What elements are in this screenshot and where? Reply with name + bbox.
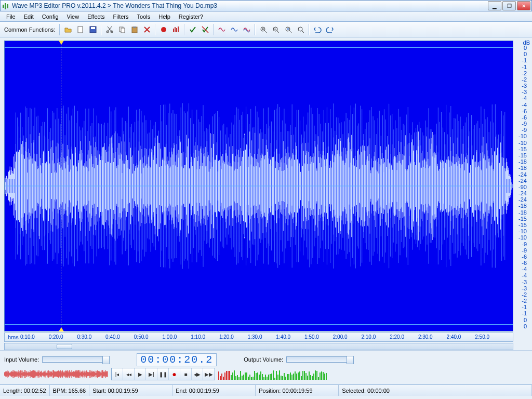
status-bar: Length: 00:02:52 BPM: 165.66 Start: 00:0… [0,384,532,396]
bottom-panel: Input Volume: 00:00:20.2 Output Volume: … [0,350,532,384]
output-volume-label: Output Volume: [244,356,283,363]
menu-register[interactable]: Register? [175,12,207,21]
check-icon[interactable] [187,24,198,35]
db-scale: dB 00-1-1-2-2-3-3-4-4-6-6-9-9-10-10-15-1… [514,41,531,328]
maximize-button[interactable]: ❐ [502,1,516,10]
redo-icon[interactable] [324,24,336,35]
svg-rect-11 [133,26,136,28]
toolbar: Common Functions: [0,22,532,37]
output-volume-slider[interactable] [286,356,354,363]
svg-point-21 [298,27,302,31]
record-button[interactable]: ● [169,368,180,380]
undo-icon[interactable] [312,24,323,35]
menu-file[interactable]: File [2,12,20,21]
close-button[interactable]: ✕ [517,1,530,10]
step-fwd-button[interactable]: ▶▶ [203,368,215,380]
skip-start-button[interactable]: |◂ [112,368,123,380]
horizontal-scrollbar[interactable] [4,343,513,350]
bars-icon[interactable] [170,24,182,35]
fast-forward-button[interactable]: ▶| [146,368,157,380]
overview-waveform[interactable] [4,368,108,380]
svg-rect-16 [178,26,179,32]
menubar: File Edit Config View Effects Filters To… [0,11,532,22]
menu-edit[interactable]: Edit [20,12,38,21]
svg-rect-0 [3,5,4,8]
input-volume-label: Input Volume: [4,356,39,363]
waveform-panel: dB 00-1-1-2-2-3-3-4-4-6-6-9-9-10-10-15-1… [0,37,532,350]
menu-effects[interactable]: Effects [83,12,109,21]
save-icon[interactable] [87,24,99,35]
menu-tools[interactable]: Tools [133,12,155,21]
svg-rect-20 [287,28,289,30]
minimize-button[interactable]: ▁ [488,1,501,10]
svg-rect-5 [91,27,95,29]
menu-view[interactable]: View [63,12,84,21]
status-end: End: 00:00:19:59 [172,385,256,396]
svg-rect-9 [121,28,125,33]
status-position: Position: 00:00:19:59 [256,385,339,396]
svg-rect-14 [175,27,176,32]
status-bpm: BPM: 165.66 [50,385,90,396]
waveform-display[interactable] [4,41,513,331]
level-meter [218,368,332,380]
status-length: Length: 00:02:52 [0,385,50,396]
new-icon[interactable] [75,24,86,35]
open-icon[interactable] [62,24,74,35]
titlebar[interactable]: Wave MP3 Editor PRO v.2011.4.2 > The Won… [0,0,532,11]
playhead-cursor[interactable] [61,41,61,331]
rewind-button[interactable]: ◂◂ [123,368,135,380]
stop-button[interactable]: ■ [180,368,192,380]
fx1-icon[interactable] [216,24,228,35]
transport-controls: |◂ ◂◂ ▶ ▶| ❚❚ ● ■ ◂▶ ▶▶ [111,368,215,380]
window-title: Wave MP3 Editor PRO v.2011.4.2 > The Won… [12,2,488,9]
zoom-out-icon[interactable] [270,24,282,35]
status-start: Start: 00:00:19:59 [89,385,172,396]
step-back-button[interactable]: ◂▶ [192,368,203,380]
pause-button[interactable]: ❚❚ [157,368,169,380]
fx2-icon[interactable] [229,24,240,35]
svg-rect-15 [176,28,177,32]
menu-config[interactable]: Config [38,12,63,21]
app-icon [2,2,10,10]
time-display: 00:00:20.2 [137,353,217,366]
svg-rect-1 [5,3,6,9]
svg-rect-13 [173,29,174,32]
input-volume-slider[interactable] [42,356,110,363]
menu-help[interactable]: Help [154,12,175,21]
cut-icon[interactable] [104,24,115,35]
toolbar-label: Common Functions: [2,26,57,33]
svg-rect-2 [7,4,8,8]
waveform-svg [5,48,513,324]
time-ruler[interactable]: hms 0:10.00:20.00:30.00:40.00:50.01:00.0… [4,332,513,342]
zoom-fit-icon[interactable] [295,24,307,35]
play-button[interactable]: ▶ [135,368,146,380]
scrollbar-thumb[interactable] [57,344,72,349]
status-selected: Selected: 00:00:00 [339,385,532,396]
zoom-sel-icon[interactable] [283,24,294,35]
svg-rect-3 [78,26,83,33]
menu-filters[interactable]: Filters [109,12,133,21]
uncheck-icon[interactable] [200,24,211,35]
delete-icon[interactable] [141,24,153,35]
ruler-unit: hms [5,334,22,340]
copy-icon[interactable] [116,24,128,35]
zoom-in-icon[interactable] [258,24,269,35]
record-icon[interactable] [158,24,169,35]
fx3-icon[interactable] [241,24,252,35]
paste-icon[interactable] [129,24,140,35]
svg-point-12 [161,27,166,32]
